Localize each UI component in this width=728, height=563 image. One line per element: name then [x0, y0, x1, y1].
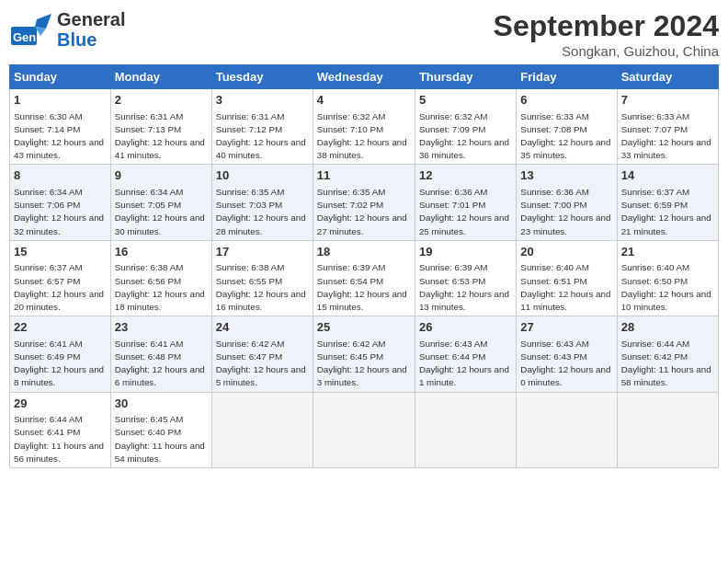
day-number: 6 [520, 92, 612, 109]
day-info: Sunrise: 6:40 AMSunset: 6:50 PMDaylight:… [621, 262, 711, 312]
day-info: Sunrise: 6:37 AMSunset: 6:59 PMDaylight:… [621, 187, 711, 236]
day-info: Sunrise: 6:41 AMSunset: 6:48 PMDaylight:… [115, 339, 205, 388]
month-year: September 2024 [494, 9, 719, 43]
calendar-cell [211, 392, 313, 467]
calendar-cell: 21Sunrise: 6:40 AMSunset: 6:50 PMDayligh… [617, 240, 718, 316]
day-number: 15 [14, 244, 107, 260]
day-number: 20 [520, 244, 612, 260]
day-info: Sunrise: 6:40 AMSunset: 6:51 PMDaylight:… [520, 262, 610, 312]
day-info: Sunrise: 6:44 AMSunset: 6:42 PMDaylight:… [621, 339, 711, 388]
day-number: 22 [14, 319, 107, 336]
day-number: 5 [419, 92, 512, 109]
day-number: 18 [317, 244, 411, 260]
calendar-cell: 11Sunrise: 6:35 AMSunset: 7:02 PMDayligh… [313, 165, 415, 240]
svg-text:Gen: Gen [13, 30, 36, 44]
calendar-cell: 26Sunrise: 6:43 AMSunset: 6:44 PMDayligh… [415, 316, 516, 392]
day-info: Sunrise: 6:45 AMSunset: 6:40 PMDaylight:… [115, 414, 205, 464]
header-wednesday: Wednesday [313, 65, 415, 89]
calendar-cell: 8Sunrise: 6:34 AMSunset: 7:06 PMDaylight… [10, 165, 111, 240]
day-number: 25 [317, 319, 411, 336]
calendar-cell: 7Sunrise: 6:33 AMSunset: 7:07 PMDaylight… [617, 89, 718, 165]
calendar-cell: 9Sunrise: 6:34 AMSunset: 7:05 PMDaylight… [110, 165, 211, 240]
day-number: 19 [419, 244, 512, 260]
day-number: 4 [317, 92, 411, 109]
day-number: 3 [216, 92, 309, 109]
day-number: 28 [621, 319, 714, 336]
calendar-title: September 2024 Songkan, Guizhou, China [494, 9, 719, 59]
calendar-week-row: 1Sunrise: 6:30 AMSunset: 7:14 PMDaylight… [10, 89, 719, 165]
day-info: Sunrise: 6:38 AMSunset: 6:56 PMDaylight:… [115, 262, 205, 312]
day-info: Sunrise: 6:34 AMSunset: 7:06 PMDaylight:… [14, 187, 104, 236]
day-info: Sunrise: 6:32 AMSunset: 7:09 PMDaylight:… [419, 111, 509, 161]
logo: Gen General Blue [9, 9, 125, 50]
day-info: Sunrise: 6:43 AMSunset: 6:44 PMDaylight:… [419, 339, 509, 388]
calendar-week-row: 22Sunrise: 6:41 AMSunset: 6:49 PMDayligh… [10, 316, 719, 392]
calendar-cell: 22Sunrise: 6:41 AMSunset: 6:49 PMDayligh… [10, 316, 111, 392]
day-number: 1 [14, 92, 107, 109]
day-number: 11 [317, 167, 411, 184]
header-tuesday: Tuesday [211, 65, 313, 89]
day-info: Sunrise: 6:31 AMSunset: 7:12 PMDaylight:… [216, 111, 306, 161]
logo-blue: Blue [57, 29, 125, 50]
calendar-cell: 23Sunrise: 6:41 AMSunset: 6:48 PMDayligh… [110, 316, 211, 392]
calendar-week-row: 8Sunrise: 6:34 AMSunset: 7:06 PMDaylight… [10, 165, 719, 240]
calendar-week-row: 29Sunrise: 6:44 AMSunset: 6:41 PMDayligh… [10, 392, 719, 467]
day-number: 14 [621, 167, 714, 184]
header-thursday: Thursday [415, 65, 516, 89]
day-info: Sunrise: 6:35 AMSunset: 7:03 PMDaylight:… [216, 187, 306, 236]
location: Songkan, Guizhou, China [494, 43, 719, 59]
day-number: 13 [520, 167, 612, 184]
day-number: 16 [115, 244, 208, 260]
day-info: Sunrise: 6:41 AMSunset: 6:49 PMDaylight:… [14, 339, 104, 388]
day-info: Sunrise: 6:42 AMSunset: 6:47 PMDaylight:… [216, 339, 306, 388]
day-number: 8 [14, 167, 107, 184]
day-number: 12 [419, 167, 512, 184]
logo-general: General [57, 9, 125, 29]
svg-marker-2 [35, 14, 51, 29]
calendar-cell: 29Sunrise: 6:44 AMSunset: 6:41 PMDayligh… [10, 392, 111, 467]
calendar-cell: 13Sunrise: 6:36 AMSunset: 7:00 PMDayligh… [517, 165, 617, 240]
calendar-cell [415, 392, 516, 467]
calendar-cell: 6Sunrise: 6:33 AMSunset: 7:08 PMDaylight… [517, 89, 617, 165]
header-friday: Friday [517, 65, 617, 89]
calendar-cell: 27Sunrise: 6:43 AMSunset: 6:43 PMDayligh… [517, 316, 617, 392]
calendar-cell [517, 392, 617, 467]
header-saturday: Saturday [617, 65, 718, 89]
calendar-cell: 4Sunrise: 6:32 AMSunset: 7:10 PMDaylight… [313, 89, 415, 165]
calendar-cell: 17Sunrise: 6:38 AMSunset: 6:55 PMDayligh… [211, 240, 313, 316]
day-info: Sunrise: 6:42 AMSunset: 6:45 PMDaylight:… [317, 339, 407, 388]
day-number: 24 [216, 319, 309, 336]
day-number: 29 [14, 396, 107, 412]
calendar-cell: 5Sunrise: 6:32 AMSunset: 7:09 PMDaylight… [415, 89, 516, 165]
day-info: Sunrise: 6:31 AMSunset: 7:13 PMDaylight:… [115, 111, 205, 161]
calendar-cell: 24Sunrise: 6:42 AMSunset: 6:47 PMDayligh… [211, 316, 313, 392]
page-header: Gen General Blue September 2024 Songkan,… [9, 9, 719, 59]
calendar-cell: 20Sunrise: 6:40 AMSunset: 6:51 PMDayligh… [517, 240, 617, 316]
day-info: Sunrise: 6:36 AMSunset: 7:00 PMDaylight:… [520, 187, 610, 236]
day-number: 10 [216, 167, 309, 184]
day-number: 27 [520, 319, 612, 336]
day-info: Sunrise: 6:32 AMSunset: 7:10 PMDaylight:… [317, 111, 407, 161]
day-number: 17 [216, 244, 309, 260]
calendar-cell: 30Sunrise: 6:45 AMSunset: 6:40 PMDayligh… [110, 392, 211, 467]
calendar-cell: 16Sunrise: 6:38 AMSunset: 6:56 PMDayligh… [110, 240, 211, 316]
day-info: Sunrise: 6:44 AMSunset: 6:41 PMDaylight:… [14, 414, 104, 464]
day-number: 23 [115, 319, 208, 336]
calendar-cell: 1Sunrise: 6:30 AMSunset: 7:14 PMDaylight… [10, 89, 111, 165]
logo-icon: Gen [9, 10, 53, 49]
header-monday: Monday [110, 65, 211, 89]
day-info: Sunrise: 6:35 AMSunset: 7:02 PMDaylight:… [317, 187, 407, 236]
calendar-cell [617, 392, 718, 467]
day-info: Sunrise: 6:36 AMSunset: 7:01 PMDaylight:… [419, 187, 509, 236]
calendar-cell: 3Sunrise: 6:31 AMSunset: 7:12 PMDaylight… [211, 89, 313, 165]
calendar-header-row: Sunday Monday Tuesday Wednesday Thursday… [10, 65, 719, 89]
header-sunday: Sunday [10, 65, 111, 89]
calendar-cell: 18Sunrise: 6:39 AMSunset: 6:54 PMDayligh… [313, 240, 415, 316]
day-number: 26 [419, 319, 512, 336]
calendar-cell: 28Sunrise: 6:44 AMSunset: 6:42 PMDayligh… [617, 316, 718, 392]
day-info: Sunrise: 6:39 AMSunset: 6:53 PMDaylight:… [419, 262, 509, 312]
day-number: 2 [115, 92, 208, 109]
calendar-cell: 14Sunrise: 6:37 AMSunset: 6:59 PMDayligh… [617, 165, 718, 240]
day-number: 30 [115, 396, 208, 412]
day-info: Sunrise: 6:30 AMSunset: 7:14 PMDaylight:… [14, 111, 104, 161]
